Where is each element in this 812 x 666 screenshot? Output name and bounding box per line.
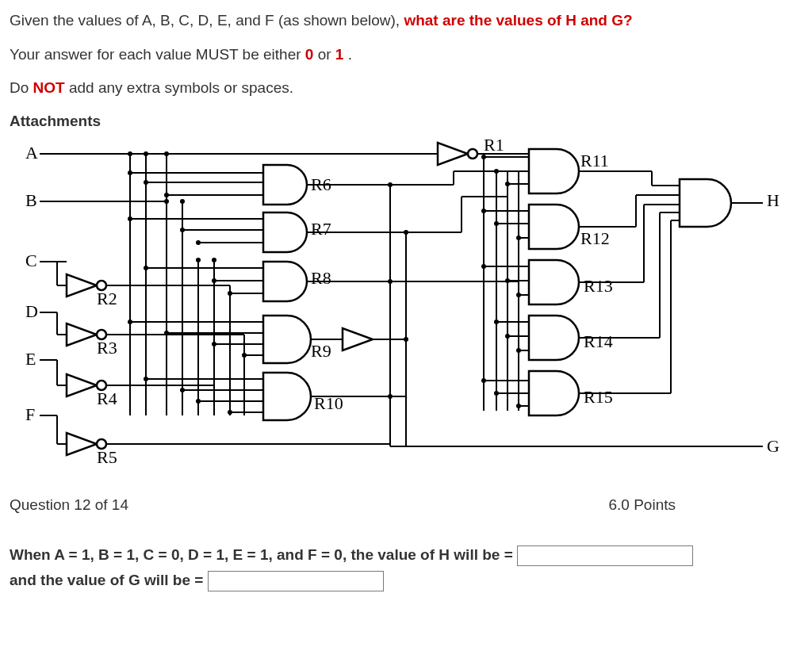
gate-label-R13: R13	[584, 276, 613, 296]
inverter-label-R4: R4	[97, 388, 117, 408]
inverter-R5: R5	[67, 433, 117, 467]
svg-point-61	[180, 199, 185, 204]
svg-point-60	[164, 199, 169, 204]
svg-point-122	[505, 334, 510, 339]
input-label-B: B	[25, 190, 37, 210]
question-points: 6.0 Points	[609, 496, 676, 514]
svg-point-56	[164, 151, 169, 156]
svg-point-116	[494, 221, 499, 226]
svg-marker-0	[438, 143, 468, 165]
svg-point-75	[228, 410, 232, 415]
inverter-R3: R3	[67, 323, 117, 358]
svg-point-112	[481, 155, 486, 159]
svg-point-73	[180, 388, 185, 392]
prompt-line2-zero: 0	[305, 46, 314, 63]
svg-point-67	[228, 291, 232, 296]
gate-label-R14: R14	[584, 331, 613, 351]
svg-point-54	[128, 151, 132, 156]
answer-input-G[interactable]	[208, 571, 384, 591]
svg-point-90	[404, 337, 408, 342]
question-progress: Question 12 of 14	[10, 496, 128, 514]
svg-point-57	[128, 170, 132, 175]
prompt-line2-or: or	[318, 46, 335, 63]
prompt-line3-prefix: Do	[10, 79, 33, 96]
inverter-R1: R1	[438, 135, 504, 165]
answer-input-H[interactable]	[517, 545, 693, 566]
svg-point-65	[144, 266, 148, 270]
answer-text-G: and the value of G will be =	[10, 572, 203, 588]
svg-point-55	[144, 151, 148, 156]
question-prompt-line1: Given the values of A, B, C, D, E, and F…	[10, 11, 802, 31]
svg-point-72	[144, 377, 148, 381]
inverter-R2: R2	[67, 274, 117, 308]
output-label-H: H	[767, 190, 779, 210]
svg-point-115	[481, 209, 486, 213]
svg-point-62	[128, 216, 132, 221]
prompt-line2-suffix: .	[348, 46, 352, 63]
svg-point-70	[212, 342, 216, 346]
svg-point-58	[144, 180, 148, 185]
gate-label-R7: R7	[311, 219, 331, 239]
svg-point-124	[481, 378, 486, 383]
svg-point-63	[180, 228, 185, 232]
buffer-after-R9	[343, 328, 373, 350]
output-label-G: G	[767, 436, 779, 456]
inverter-label-R3: R3	[97, 338, 117, 358]
question-prompt-line2: Your answer for each value MUST be eithe…	[10, 45, 802, 65]
answer-block: When A = 1, B = 1, C = 0, D = 1, E = 1, …	[10, 545, 802, 591]
prompt-line1-prefix: Given the values of A, B, C, D, E, and F…	[10, 12, 404, 29]
input-label-A: A	[25, 143, 38, 163]
svg-point-74	[196, 399, 201, 404]
input-label-F: F	[25, 404, 35, 424]
svg-marker-6	[67, 374, 97, 396]
svg-marker-2	[67, 274, 97, 297]
inverter-label-R2: R2	[97, 289, 117, 308]
svg-point-68	[128, 320, 132, 324]
inverter-label-R5: R5	[97, 447, 117, 467]
svg-marker-10	[343, 328, 373, 350]
svg-point-71	[242, 353, 247, 358]
input-label-C: C	[25, 251, 37, 270]
svg-marker-4	[67, 323, 97, 346]
gate-label-R11: R11	[580, 151, 609, 170]
prompt-line2-prefix: Your answer for each value MUST be eithe…	[10, 46, 305, 63]
input-label-D: D	[25, 301, 38, 321]
svg-point-89	[388, 279, 393, 284]
prompt-line1-highlight: what are the values of H and G?	[404, 12, 632, 29]
svg-point-123	[516, 348, 521, 353]
gate-label-R15: R15	[584, 387, 613, 407]
input-label-E: E	[25, 349, 36, 369]
attachments-header: Attachments	[10, 113, 802, 130]
svg-point-118	[481, 264, 486, 269]
svg-point-125	[494, 391, 499, 396]
logic-diagram: A B C D E F H G R1 R2 R3 R4 R5 R6	[10, 133, 795, 498]
gate-output-H	[680, 179, 731, 227]
prompt-line3-suffix: add any extra symbols or spaces.	[69, 79, 293, 96]
svg-point-120	[516, 293, 521, 297]
prompt-line2-one: 1	[335, 46, 344, 63]
svg-point-87	[388, 182, 393, 187]
svg-point-77	[212, 258, 216, 262]
svg-point-66	[212, 278, 216, 283]
question-prompt-line3: Do NOT add any extra symbols or spaces.	[10, 78, 802, 98]
gate-label-R8: R8	[311, 268, 331, 288]
svg-point-91	[388, 394, 393, 399]
svg-point-121	[494, 320, 499, 324]
prompt-line3-not: NOT	[33, 79, 65, 96]
svg-point-59	[164, 193, 169, 197]
svg-point-69	[164, 331, 169, 335]
svg-point-126	[516, 404, 521, 408]
gate-label-R9: R9	[311, 341, 331, 361]
inverter-label-R1: R1	[484, 135, 504, 155]
svg-point-76	[196, 258, 201, 262]
svg-point-1	[468, 149, 477, 159]
answer-text-H: When A = 1, B = 1, C = 0, D = 1, E = 1, …	[10, 546, 513, 563]
inverter-R4: R4	[67, 374, 117, 408]
gate-label-R12: R12	[580, 228, 610, 248]
svg-point-64	[196, 240, 201, 245]
svg-marker-8	[67, 433, 97, 455]
